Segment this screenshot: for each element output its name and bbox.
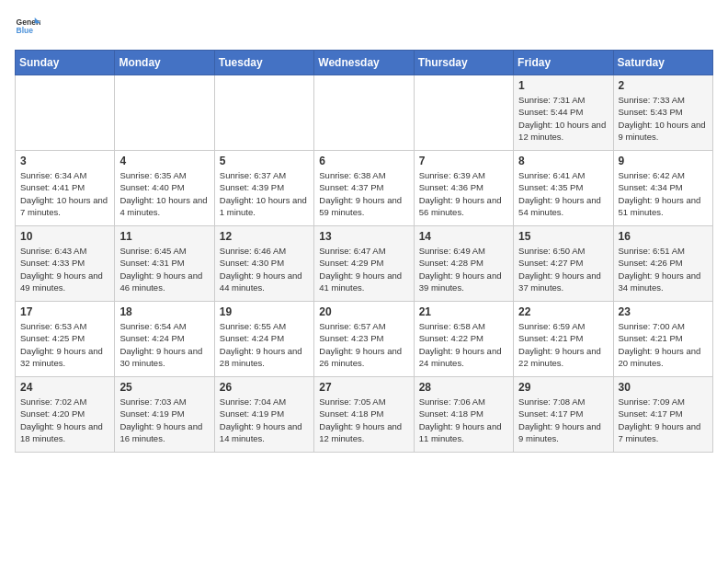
day-number: 27 [319, 381, 408, 394]
day-info: Sunrise: 6:47 AMSunset: 4:29 PMDaylight:… [319, 245, 408, 293]
day-info: Sunrise: 6:46 AMSunset: 4:30 PMDaylight:… [220, 245, 309, 293]
day-info: Sunrise: 7:31 AMSunset: 5:44 PMDaylight:… [518, 94, 608, 143]
weekday-header: Thursday [414, 51, 513, 75]
day-info: Sunrise: 7:00 AMSunset: 4:21 PMDaylight:… [619, 320, 708, 369]
calendar-cell: 13Sunrise: 6:47 AMSunset: 4:29 PMDayligh… [314, 226, 414, 302]
day-number: 26 [220, 381, 309, 394]
calendar-cell [314, 75, 414, 151]
calendar-week-row: 10Sunrise: 6:43 AMSunset: 4:33 PMDayligh… [16, 226, 713, 302]
calendar-cell: 18Sunrise: 6:54 AMSunset: 4:24 PMDayligh… [115, 302, 214, 377]
calendar: SundayMondayTuesdayWednesdayThursdayFrid… [15, 50, 713, 453]
calendar-cell [115, 75, 214, 151]
calendar-cell [414, 75, 513, 151]
day-number: 14 [419, 230, 508, 243]
calendar-cell: 12Sunrise: 6:46 AMSunset: 4:30 PMDayligh… [214, 226, 313, 302]
day-info: Sunrise: 7:09 AMSunset: 4:17 PMDaylight:… [619, 396, 708, 444]
day-info: Sunrise: 6:43 AMSunset: 4:33 PMDaylight:… [20, 245, 109, 293]
day-info: Sunrise: 6:57 AMSunset: 4:23 PMDaylight:… [319, 320, 408, 369]
day-info: Sunrise: 7:04 AMSunset: 4:19 PMDaylight:… [220, 396, 309, 444]
day-number: 8 [518, 155, 608, 167]
day-number: 30 [619, 381, 708, 394]
calendar-week-row: 17Sunrise: 6:53 AMSunset: 4:25 PMDayligh… [16, 302, 713, 377]
weekday-header: Friday [514, 51, 613, 75]
calendar-cell: 30Sunrise: 7:09 AMSunset: 4:17 PMDayligh… [613, 377, 712, 453]
calendar-cell: 25Sunrise: 7:03 AMSunset: 4:19 PMDayligh… [115, 377, 214, 453]
calendar-cell: 29Sunrise: 7:08 AMSunset: 4:17 PMDayligh… [514, 377, 613, 453]
calendar-week-row: 24Sunrise: 7:02 AMSunset: 4:20 PMDayligh… [16, 377, 713, 453]
day-number: 17 [20, 305, 109, 318]
day-info: Sunrise: 6:49 AMSunset: 4:28 PMDaylight:… [419, 245, 508, 293]
day-info: Sunrise: 6:54 AMSunset: 4:24 PMDaylight:… [119, 320, 209, 369]
day-number: 13 [319, 230, 408, 243]
weekday-header: Monday [115, 51, 214, 75]
day-info: Sunrise: 6:51 AMSunset: 4:26 PMDaylight:… [619, 245, 708, 293]
calendar-cell: 4Sunrise: 6:35 AMSunset: 4:40 PMDaylight… [115, 151, 214, 226]
calendar-cell: 28Sunrise: 7:06 AMSunset: 4:18 PMDayligh… [414, 377, 513, 453]
weekday-header: Tuesday [214, 51, 313, 75]
day-number: 1 [518, 79, 608, 92]
calendar-cell: 1Sunrise: 7:31 AMSunset: 5:44 PMDaylight… [514, 75, 613, 151]
day-info: Sunrise: 7:08 AMSunset: 4:17 PMDaylight:… [518, 396, 608, 444]
day-info: Sunrise: 6:59 AMSunset: 4:21 PMDaylight:… [518, 320, 608, 369]
day-number: 4 [119, 155, 209, 167]
day-number: 28 [419, 381, 508, 394]
day-info: Sunrise: 7:05 AMSunset: 4:18 PMDaylight:… [319, 396, 408, 444]
day-number: 16 [619, 230, 708, 243]
day-info: Sunrise: 6:34 AMSunset: 4:41 PMDaylight:… [20, 169, 109, 218]
day-number: 20 [319, 305, 408, 318]
weekday-header: Saturday [613, 51, 712, 75]
weekday-header: Wednesday [314, 51, 414, 75]
day-number: 24 [20, 381, 109, 394]
day-number: 12 [220, 230, 309, 243]
day-info: Sunrise: 6:38 AMSunset: 4:37 PMDaylight:… [319, 169, 408, 218]
logo: General Blue [15, 15, 40, 40]
day-number: 10 [20, 230, 109, 243]
day-number: 7 [419, 155, 508, 167]
day-info: Sunrise: 6:53 AMSunset: 4:25 PMDaylight:… [20, 320, 109, 369]
day-info: Sunrise: 7:33 AMSunset: 5:43 PMDaylight:… [619, 94, 708, 143]
day-info: Sunrise: 6:58 AMSunset: 4:22 PMDaylight:… [419, 320, 508, 369]
day-number: 6 [319, 155, 408, 167]
logo-icon: General Blue [15, 15, 40, 40]
day-number: 18 [119, 305, 209, 318]
day-info: Sunrise: 6:42 AMSunset: 4:34 PMDaylight:… [619, 169, 708, 218]
calendar-cell: 26Sunrise: 7:04 AMSunset: 4:19 PMDayligh… [214, 377, 313, 453]
day-info: Sunrise: 6:39 AMSunset: 4:36 PMDaylight:… [419, 169, 508, 218]
calendar-cell: 17Sunrise: 6:53 AMSunset: 4:25 PMDayligh… [16, 302, 115, 377]
calendar-cell: 27Sunrise: 7:05 AMSunset: 4:18 PMDayligh… [314, 377, 414, 453]
calendar-cell: 10Sunrise: 6:43 AMSunset: 4:33 PMDayligh… [16, 226, 115, 302]
day-info: Sunrise: 6:55 AMSunset: 4:24 PMDaylight:… [220, 320, 309, 369]
day-number: 22 [518, 305, 608, 318]
day-info: Sunrise: 6:41 AMSunset: 4:35 PMDaylight:… [518, 169, 608, 218]
page-header: General Blue [15, 15, 713, 40]
day-number: 11 [119, 230, 209, 243]
calendar-cell: 6Sunrise: 6:38 AMSunset: 4:37 PMDaylight… [314, 151, 414, 226]
svg-text:Blue: Blue [17, 26, 34, 35]
calendar-week-row: 1Sunrise: 7:31 AMSunset: 5:44 PMDaylight… [16, 75, 713, 151]
calendar-cell: 20Sunrise: 6:57 AMSunset: 4:23 PMDayligh… [314, 302, 414, 377]
day-number: 15 [518, 230, 608, 243]
day-info: Sunrise: 6:35 AMSunset: 4:40 PMDaylight:… [119, 169, 209, 218]
calendar-cell: 11Sunrise: 6:45 AMSunset: 4:31 PMDayligh… [115, 226, 214, 302]
calendar-cell: 21Sunrise: 6:58 AMSunset: 4:22 PMDayligh… [414, 302, 513, 377]
day-info: Sunrise: 7:06 AMSunset: 4:18 PMDaylight:… [419, 396, 508, 444]
calendar-cell: 14Sunrise: 6:49 AMSunset: 4:28 PMDayligh… [414, 226, 513, 302]
day-number: 29 [518, 381, 608, 394]
calendar-cell: 22Sunrise: 6:59 AMSunset: 4:21 PMDayligh… [514, 302, 613, 377]
day-info: Sunrise: 6:37 AMSunset: 4:39 PMDaylight:… [220, 169, 309, 218]
calendar-cell: 24Sunrise: 7:02 AMSunset: 4:20 PMDayligh… [16, 377, 115, 453]
day-number: 23 [619, 305, 708, 318]
calendar-cell: 9Sunrise: 6:42 AMSunset: 4:34 PMDaylight… [613, 151, 712, 226]
weekday-header: Sunday [16, 51, 115, 75]
day-info: Sunrise: 7:02 AMSunset: 4:20 PMDaylight:… [20, 396, 109, 444]
day-info: Sunrise: 6:50 AMSunset: 4:27 PMDaylight:… [518, 245, 608, 293]
day-number: 21 [419, 305, 508, 318]
calendar-cell: 19Sunrise: 6:55 AMSunset: 4:24 PMDayligh… [214, 302, 313, 377]
weekday-header-row: SundayMondayTuesdayWednesdayThursdayFrid… [16, 51, 713, 75]
day-number: 9 [619, 155, 708, 167]
day-info: Sunrise: 7:03 AMSunset: 4:19 PMDaylight:… [119, 396, 209, 444]
day-number: 19 [220, 305, 309, 318]
day-number: 2 [619, 79, 708, 92]
day-info: Sunrise: 6:45 AMSunset: 4:31 PMDaylight:… [119, 245, 209, 293]
calendar-cell [214, 75, 313, 151]
